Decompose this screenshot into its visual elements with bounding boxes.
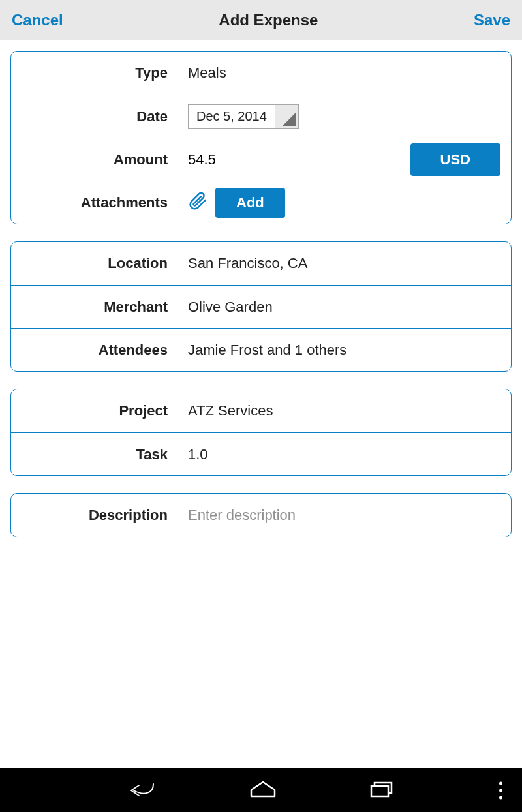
form-content: Type Meals Date Dec 5, 2014 Amount USD A…: [0, 40, 522, 565]
svg-marker-0: [251, 782, 275, 796]
task-value: 1.0: [177, 433, 511, 475]
amount-label: Amount: [11, 138, 177, 181]
row-description: Description: [11, 494, 511, 537]
project-label: Project: [11, 389, 177, 432]
type-label: Type: [11, 52, 177, 95]
amount-input[interactable]: [188, 151, 318, 168]
cancel-button[interactable]: Cancel: [12, 11, 63, 29]
attendees-label: Attendees: [11, 329, 177, 371]
header-bar: Cancel Add Expense Save: [0, 0, 522, 40]
page-title: Add Expense: [219, 11, 318, 29]
dropdown-triangle-icon: [275, 105, 298, 128]
row-date: Date Dec 5, 2014: [11, 95, 511, 138]
recent-apps-icon[interactable]: [369, 779, 395, 802]
card-project: Project ATZ Services Task 1.0: [10, 389, 512, 476]
date-value: Dec 5, 2014: [189, 109, 275, 124]
task-label: Task: [11, 433, 177, 475]
date-picker[interactable]: Dec 5, 2014: [188, 104, 299, 129]
attachments-label: Attachments: [11, 181, 177, 224]
home-icon[interactable]: [249, 779, 277, 802]
row-attachments: Attachments Add: [11, 181, 511, 224]
add-attachment-button[interactable]: Add: [215, 188, 285, 218]
card-description: Description: [10, 493, 512, 537]
description-input[interactable]: [188, 507, 500, 524]
svg-rect-1: [371, 786, 388, 796]
type-value: Meals: [177, 52, 511, 95]
card-basic-info: Type Meals Date Dec 5, 2014 Amount USD A…: [10, 51, 512, 224]
merchant-value: Olive Garden: [177, 286, 511, 328]
menu-dots-icon[interactable]: [499, 781, 502, 799]
description-label: Description: [11, 494, 177, 537]
date-label: Date: [11, 95, 177, 138]
card-details: Location San Francisco, CA Merchant Oliv…: [10, 241, 512, 372]
back-icon[interactable]: [127, 779, 157, 802]
location-value: San Francisco, CA: [177, 242, 511, 285]
location-label: Location: [11, 242, 177, 285]
row-merchant[interactable]: Merchant Olive Garden: [11, 285, 511, 328]
row-task[interactable]: Task 1.0: [11, 432, 511, 475]
paperclip-icon: [188, 190, 207, 216]
attendees-value: Jamie Frost and 1 others: [177, 329, 511, 371]
row-project[interactable]: Project ATZ Services: [11, 389, 511, 432]
row-type[interactable]: Type Meals: [11, 52, 511, 95]
currency-button[interactable]: USD: [410, 143, 500, 176]
row-amount: Amount USD: [11, 138, 511, 181]
merchant-label: Merchant: [11, 286, 177, 328]
project-value: ATZ Services: [177, 389, 511, 432]
row-location[interactable]: Location San Francisco, CA: [11, 242, 511, 285]
save-button[interactable]: Save: [474, 11, 510, 29]
android-nav-bar: [0, 768, 522, 812]
row-attendees[interactable]: Attendees Jamie Frost and 1 others: [11, 328, 511, 371]
